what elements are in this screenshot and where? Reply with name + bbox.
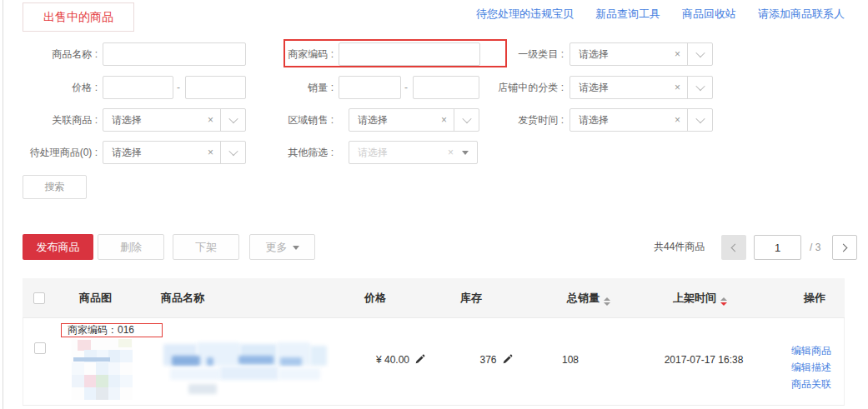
column-header-image: 商品图 [79, 278, 112, 318]
stock-cell: 376 [450, 352, 542, 368]
listed-time-value: 2017-07-17 16:38 [645, 352, 762, 368]
select-all-checkbox[interactable] [33, 292, 45, 304]
sales-max-input[interactable] [413, 76, 479, 99]
filter-label-price: 价格 : [15, 76, 98, 99]
other-filter-select[interactable]: 请选择 × [349, 141, 478, 164]
clear-icon[interactable]: × [201, 142, 220, 163]
clear-icon[interactable]: × [668, 109, 687, 131]
product-table: 商品图 商品名称 价格 库存 总销量 上架时间 操作 商家编码：016 [23, 278, 845, 409]
price-range-separator: - [177, 76, 180, 99]
link-new-product-query[interactable]: 新品查询工具 [595, 7, 660, 22]
filter-label-related-products: 关联商品 : [15, 108, 98, 132]
clear-icon[interactable]: × [668, 43, 687, 65]
page-left-divider [3, 0, 3, 409]
chevron-down-icon[interactable] [454, 109, 479, 131]
filter-label-category: 一级类目 : [488, 42, 564, 66]
filter-label-sales: 销量 : [267, 76, 334, 99]
product-relation-link[interactable]: 商品关联 [791, 376, 831, 392]
link-add-product-contact[interactable]: 请添加商品联系人 [758, 7, 845, 22]
more-button-label: 更多 [266, 240, 288, 255]
merchant-code-annotation: 商家编码：016 [61, 323, 163, 337]
chevron-down-icon[interactable] [220, 142, 245, 163]
shop-category-select-value: 请选择 [570, 81, 668, 95]
clear-icon: × [441, 142, 460, 163]
caret-down-icon [293, 246, 299, 253]
related-products-select[interactable]: 请选择 × [103, 108, 246, 132]
filter-label-other-filter: 其他筛选 : [267, 141, 334, 164]
column-header-listed-time-label: 上架时间 [673, 292, 716, 304]
table-header: 商品图 商品名称 价格 库存 总销量 上架时间 操作 [23, 278, 845, 318]
price-cell: ¥ 40.00 [344, 352, 457, 368]
row-actions: 编辑商品 编辑描述 商品关联 [791, 342, 831, 392]
more-button[interactable]: 更多 [249, 234, 315, 260]
edit-description-link[interactable]: 编辑描述 [791, 359, 831, 376]
price-max-input[interactable] [185, 76, 246, 99]
search-button[interactable]: 搜索 [23, 175, 87, 199]
offshelf-button[interactable]: 下架 [173, 234, 239, 260]
category-select[interactable]: 请选择 × [569, 42, 713, 66]
region-sale-select-value: 请选择 [349, 113, 434, 127]
price-min-input[interactable] [103, 76, 173, 99]
pending-products-select[interactable]: 请选择 × [103, 141, 246, 164]
product-management-page: 出售中的商品 待您处理的违规宝贝 新品查询工具 商品回收站 请添加商品联系人 商… [0, 0, 868, 409]
chevron-down-icon[interactable] [687, 109, 712, 131]
filter-label-merchant-code: 商家编码 : [267, 42, 334, 66]
tab-selling-products[interactable]: 出售中的商品 [23, 2, 134, 32]
sort-icon[interactable] [604, 297, 610, 306]
link-violation-items[interactable]: 待您处理的违规宝贝 [476, 7, 574, 22]
filter-label-delivery-time: 发货时间 : [488, 108, 564, 132]
product-name-redacted[interactable] [163, 342, 327, 392]
pagination-prev-button[interactable] [721, 235, 746, 260]
product-image[interactable] [72, 339, 133, 400]
clear-icon[interactable]: × [668, 77, 687, 98]
sales-min-input[interactable] [339, 76, 401, 99]
delete-button[interactable]: 删除 [98, 234, 164, 260]
price-value: ¥ 40.00 [376, 354, 409, 366]
column-header-stock: 库存 [448, 278, 494, 318]
chevron-right-icon [840, 243, 848, 252]
table-row: 商家编码：016 [23, 318, 845, 406]
chevron-down-icon[interactable] [687, 77, 712, 98]
category-select-value: 请选择 [570, 47, 668, 62]
clear-icon[interactable]: × [434, 109, 454, 131]
filter-label-region-sale: 区域销售 : [267, 108, 334, 132]
pixelated-product-thumbnail [72, 339, 133, 400]
edit-stock-icon[interactable] [502, 354, 513, 365]
product-name-input[interactable] [103, 42, 246, 66]
delivery-time-select[interactable]: 请选择 × [569, 108, 713, 132]
column-header-total-sales[interactable]: 总销量 [567, 278, 610, 318]
filter-label-pending-products: 待处理商品(0) : [15, 141, 98, 164]
pagination-next-button[interactable] [832, 235, 857, 260]
other-filter-select-placeholder: 请选择 [349, 146, 441, 160]
filter-label-shop-category: 店铺中的分类 : [488, 76, 564, 99]
chevron-down-icon[interactable] [687, 43, 712, 65]
edit-product-link[interactable]: 编辑商品 [791, 342, 831, 359]
merchant-code-input[interactable] [339, 42, 480, 66]
region-sale-select[interactable]: 请选择 × [349, 108, 479, 132]
pending-products-select-value: 请选择 [103, 146, 201, 160]
sort-icon-active-desc[interactable] [720, 297, 727, 306]
publish-product-button[interactable]: 发布商品 [23, 234, 93, 260]
caret-down-icon [462, 151, 469, 158]
row-checkbox[interactable] [34, 342, 46, 354]
shop-category-select[interactable]: 请选择 × [569, 76, 713, 99]
related-products-select-value: 请选择 [103, 113, 201, 127]
edit-price-icon[interactable] [414, 354, 425, 365]
chevron-down-icon[interactable] [220, 109, 245, 131]
column-header-total-sales-label: 总销量 [567, 292, 600, 304]
chevron-left-icon [731, 243, 740, 252]
column-header-actions: 操作 [791, 278, 838, 318]
page-total-label: / 3 [810, 235, 820, 260]
column-header-listed-time[interactable]: 上架时间 [673, 278, 727, 318]
top-link-bar: 待您处理的违规宝贝 新品查询工具 商品回收站 请添加商品联系人 [476, 7, 845, 22]
delivery-time-select-value: 请选择 [570, 113, 668, 127]
filter-label-product-name: 商品名称 : [15, 42, 98, 66]
sales-range-separator: - [404, 76, 408, 99]
clear-icon[interactable]: × [201, 109, 220, 131]
link-product-recycle-bin[interactable]: 商品回收站 [682, 7, 736, 22]
stock-value: 376 [479, 354, 496, 366]
page-number-input[interactable] [754, 235, 801, 260]
total-products-count: 共44件商品 [654, 234, 705, 260]
column-header-name: 商品名称 [161, 278, 204, 318]
column-header-price: 价格 [352, 278, 399, 318]
